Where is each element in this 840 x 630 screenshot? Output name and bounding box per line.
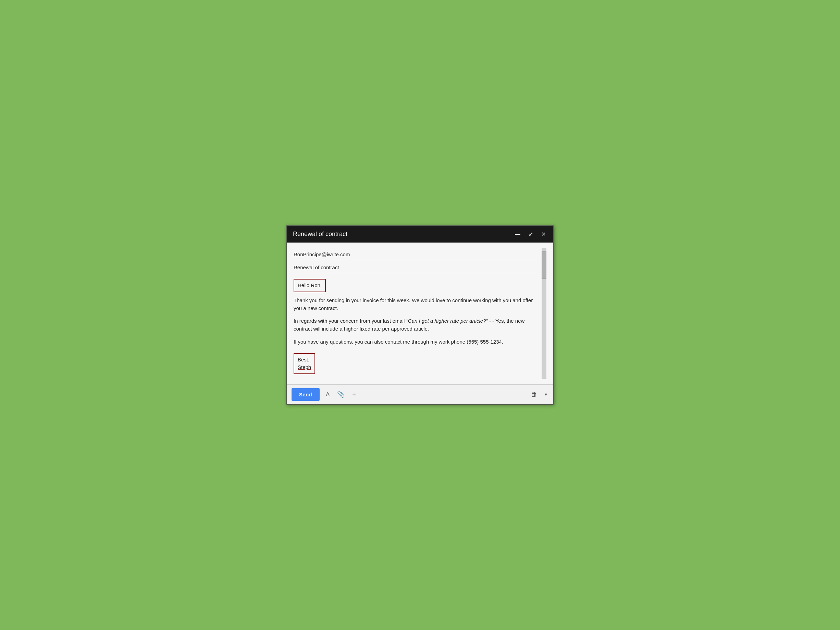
title-bar: Renewal of contract — ⤢ ✕ — [287, 226, 553, 243]
paragraph2-quote: "Can I get a higher rate per article?" — [406, 318, 488, 324]
attachment-button[interactable]: 📎 — [336, 389, 346, 399]
send-button[interactable]: Send — [292, 388, 320, 401]
more-menu-button[interactable]: ▾ — [543, 390, 548, 398]
email-body-area[interactable]: Hello Ron, Thank you for sending in your… — [294, 274, 540, 379]
to-field[interactable]: RonPrincipe@iwrite.com — [294, 248, 540, 261]
window-controls: — ⤢ ✕ — [513, 231, 547, 238]
subject-value: Renewal of contract — [294, 264, 339, 270]
chevron-down-icon: ▾ — [545, 392, 547, 397]
more-options-button[interactable]: + — [351, 390, 357, 399]
plus-icon: + — [352, 391, 356, 398]
minimize-button[interactable]: — — [513, 231, 522, 238]
paragraph2-before: In regards with your concern from your l… — [294, 318, 406, 324]
font-icon: A — [326, 391, 330, 398]
email-content: RonPrincipe@iwrite.com Renewal of contra… — [294, 248, 540, 379]
paragraph-1: Thank you for sending in your invoice fo… — [294, 296, 540, 313]
to-value: RonPrincipe@iwrite.com — [294, 251, 350, 257]
closing-text: Best, — [298, 356, 311, 364]
greeting-box: Hello Ron, — [294, 279, 326, 292]
paragraph-2: In regards with your concern from your l… — [294, 317, 540, 333]
delete-button[interactable]: 🗑 — [530, 390, 538, 399]
font-format-button[interactable]: A — [324, 390, 331, 399]
signature-text: Steph — [298, 363, 311, 371]
paperclip-icon: 📎 — [337, 391, 345, 398]
subject-field[interactable]: Renewal of contract — [294, 261, 540, 274]
trash-icon: 🗑 — [531, 391, 537, 398]
email-compose-window: Renewal of contract — ⤢ ✕ RonPrincipe@iw… — [286, 226, 554, 404]
closing-box: Best, Steph — [294, 353, 315, 374]
scrollbar[interactable] — [542, 248, 546, 379]
email-body: RonPrincipe@iwrite.com Renewal of contra… — [287, 243, 553, 384]
close-button[interactable]: ✕ — [540, 231, 547, 238]
paragraph-3: If you have any questions, you can also … — [294, 338, 540, 346]
window-title: Renewal of contract — [293, 231, 347, 238]
scrollbar-thumb[interactable] — [542, 251, 546, 279]
maximize-button[interactable]: ⤢ — [527, 231, 534, 238]
greeting-text: Hello Ron, — [298, 282, 322, 288]
compose-toolbar: Send A 📎 + 🗑 ▾ — [287, 384, 553, 404]
